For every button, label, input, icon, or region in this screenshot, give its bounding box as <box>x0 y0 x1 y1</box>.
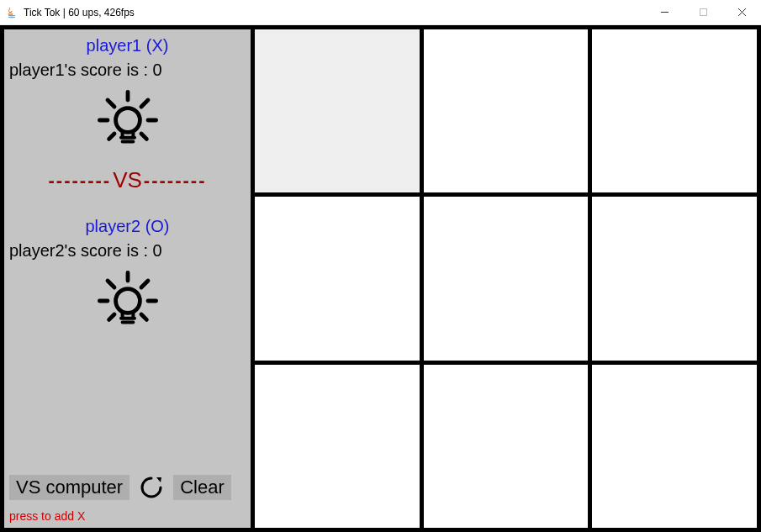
board-cell[interactable] <box>255 197 420 360</box>
svg-point-12 <box>115 289 140 313</box>
svg-line-6 <box>108 100 114 107</box>
vs-computer-button[interactable]: VS computer <box>9 475 129 500</box>
vs-label: VS <box>113 167 142 193</box>
svg-line-19 <box>141 314 146 319</box>
svg-line-14 <box>108 281 114 287</box>
board-cell[interactable] <box>255 365 420 528</box>
java-icon <box>5 6 18 19</box>
lightbulb-icon[interactable] <box>94 267 161 334</box>
minimize-button[interactable] <box>645 0 684 25</box>
player2-label: player2 (O) <box>4 217 251 236</box>
lightbulb-icon[interactable] <box>94 87 161 154</box>
refresh-icon[interactable] <box>138 474 165 501</box>
vs-dash-right: -------- <box>144 170 207 192</box>
app-frame: player1 (X) player1's score is : 0 -----… <box>0 25 761 532</box>
vs-dash-left: -------- <box>49 170 112 192</box>
svg-line-11 <box>141 134 146 139</box>
board-cell[interactable] <box>424 197 589 360</box>
svg-rect-1 <box>700 9 706 16</box>
close-button[interactable] <box>722 0 761 25</box>
board-cell[interactable] <box>424 29 589 192</box>
svg-line-7 <box>141 100 148 107</box>
player1-label: player1 (X) <box>4 36 251 55</box>
player2-score: player2's score is : 0 <box>4 241 251 261</box>
clear-button[interactable]: Clear <box>173 475 231 500</box>
window-title: Tick Tok | 60 ups, 426fps <box>24 7 135 18</box>
board-cell[interactable] <box>592 29 757 192</box>
game-board <box>255 29 757 528</box>
window-titlebar: Tick Tok | 60 ups, 426fps <box>0 0 761 25</box>
board-cell[interactable] <box>424 365 589 528</box>
hint-text: press to add X <box>9 509 85 523</box>
board-cell[interactable] <box>592 197 757 360</box>
player2-block: player2 (O) player2's score is : 0 <box>4 202 251 343</box>
svg-point-4 <box>115 108 140 133</box>
player1-block: player1 (X) player1's score is : 0 <box>4 29 251 162</box>
controls-row: VS computer Clear <box>9 474 246 501</box>
board-cell[interactable] <box>255 29 420 192</box>
vs-divider: -------- VS -------- <box>4 167 251 193</box>
svg-line-10 <box>108 134 114 139</box>
player1-score: player1's score is : 0 <box>4 61 251 80</box>
sidebar: player1 (X) player1's score is : 0 -----… <box>4 29 255 528</box>
svg-line-18 <box>108 314 114 319</box>
svg-line-15 <box>141 281 148 287</box>
maximize-button[interactable] <box>684 0 722 25</box>
board-cell[interactable] <box>592 365 757 528</box>
